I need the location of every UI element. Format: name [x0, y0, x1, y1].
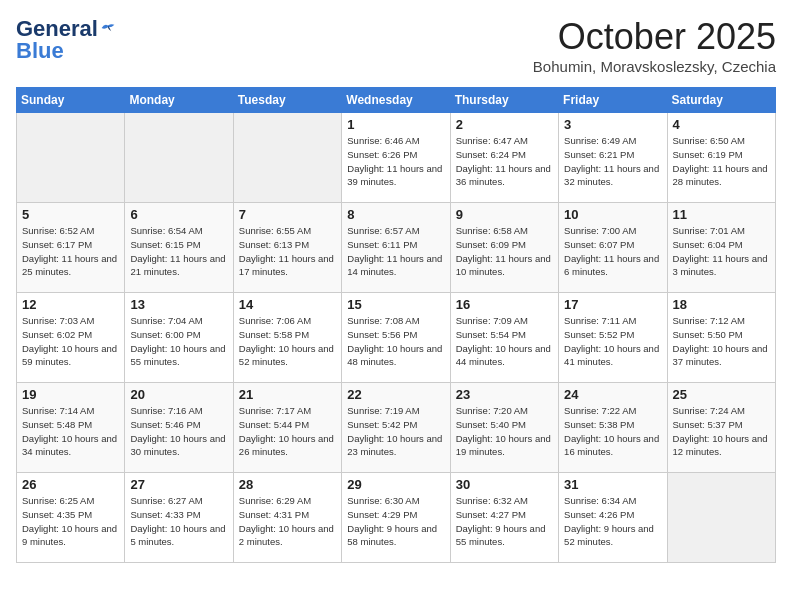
day-number: 20	[130, 387, 227, 402]
table-row: 15 Sunrise: 7:08 AMSunset: 5:56 PMDaylig…	[342, 293, 450, 383]
day-number: 31	[564, 477, 661, 492]
day-number: 6	[130, 207, 227, 222]
day-number: 13	[130, 297, 227, 312]
day-info: Sunrise: 6:25 AMSunset: 4:35 PMDaylight:…	[22, 494, 119, 549]
table-row: 13 Sunrise: 7:04 AMSunset: 6:00 PMDaylig…	[125, 293, 233, 383]
day-info: Sunrise: 6:47 AMSunset: 6:24 PMDaylight:…	[456, 134, 553, 189]
table-row: 1 Sunrise: 6:46 AMSunset: 6:26 PMDayligh…	[342, 113, 450, 203]
day-number: 23	[456, 387, 553, 402]
day-info: Sunrise: 6:34 AMSunset: 4:26 PMDaylight:…	[564, 494, 661, 549]
table-row	[667, 473, 775, 563]
table-row: 31 Sunrise: 6:34 AMSunset: 4:26 PMDaylig…	[559, 473, 667, 563]
day-info: Sunrise: 7:19 AMSunset: 5:42 PMDaylight:…	[347, 404, 444, 459]
day-number: 18	[673, 297, 770, 312]
table-row: 17 Sunrise: 7:11 AMSunset: 5:52 PMDaylig…	[559, 293, 667, 383]
table-row: 22 Sunrise: 7:19 AMSunset: 5:42 PMDaylig…	[342, 383, 450, 473]
day-number: 4	[673, 117, 770, 132]
day-info: Sunrise: 7:00 AMSunset: 6:07 PMDaylight:…	[564, 224, 661, 279]
day-info: Sunrise: 6:32 AMSunset: 4:27 PMDaylight:…	[456, 494, 553, 549]
calendar-week-4: 19 Sunrise: 7:14 AMSunset: 5:48 PMDaylig…	[17, 383, 776, 473]
day-number: 22	[347, 387, 444, 402]
day-number: 19	[22, 387, 119, 402]
calendar-week-1: 1 Sunrise: 6:46 AMSunset: 6:26 PMDayligh…	[17, 113, 776, 203]
table-row: 10 Sunrise: 7:00 AMSunset: 6:07 PMDaylig…	[559, 203, 667, 293]
table-row: 20 Sunrise: 7:16 AMSunset: 5:46 PMDaylig…	[125, 383, 233, 473]
day-number: 24	[564, 387, 661, 402]
table-row: 27 Sunrise: 6:27 AMSunset: 4:33 PMDaylig…	[125, 473, 233, 563]
day-info: Sunrise: 7:14 AMSunset: 5:48 PMDaylight:…	[22, 404, 119, 459]
logo-bird-icon	[100, 21, 116, 35]
day-number: 3	[564, 117, 661, 132]
table-row: 25 Sunrise: 7:24 AMSunset: 5:37 PMDaylig…	[667, 383, 775, 473]
weekday-header-wednesday: Wednesday	[342, 88, 450, 113]
table-row: 8 Sunrise: 6:57 AMSunset: 6:11 PMDayligh…	[342, 203, 450, 293]
table-row: 19 Sunrise: 7:14 AMSunset: 5:48 PMDaylig…	[17, 383, 125, 473]
day-number: 17	[564, 297, 661, 312]
day-info: Sunrise: 6:46 AMSunset: 6:26 PMDaylight:…	[347, 134, 444, 189]
day-number: 28	[239, 477, 336, 492]
table-row: 4 Sunrise: 6:50 AMSunset: 6:19 PMDayligh…	[667, 113, 775, 203]
table-row: 12 Sunrise: 7:03 AMSunset: 6:02 PMDaylig…	[17, 293, 125, 383]
table-row: 9 Sunrise: 6:58 AMSunset: 6:09 PMDayligh…	[450, 203, 558, 293]
title-block: October 2025 Bohumin, Moravskoslezsky, C…	[533, 16, 776, 75]
table-row: 23 Sunrise: 7:20 AMSunset: 5:40 PMDaylig…	[450, 383, 558, 473]
table-row: 14 Sunrise: 7:06 AMSunset: 5:58 PMDaylig…	[233, 293, 341, 383]
weekday-header-friday: Friday	[559, 88, 667, 113]
table-row: 11 Sunrise: 7:01 AMSunset: 6:04 PMDaylig…	[667, 203, 775, 293]
day-number: 8	[347, 207, 444, 222]
day-info: Sunrise: 7:06 AMSunset: 5:58 PMDaylight:…	[239, 314, 336, 369]
weekday-header-thursday: Thursday	[450, 88, 558, 113]
table-row	[17, 113, 125, 203]
day-info: Sunrise: 7:09 AMSunset: 5:54 PMDaylight:…	[456, 314, 553, 369]
table-row: 18 Sunrise: 7:12 AMSunset: 5:50 PMDaylig…	[667, 293, 775, 383]
day-number: 1	[347, 117, 444, 132]
day-info: Sunrise: 7:22 AMSunset: 5:38 PMDaylight:…	[564, 404, 661, 459]
table-row	[125, 113, 233, 203]
logo-blue: Blue	[16, 38, 64, 64]
day-info: Sunrise: 7:12 AMSunset: 5:50 PMDaylight:…	[673, 314, 770, 369]
table-row: 24 Sunrise: 7:22 AMSunset: 5:38 PMDaylig…	[559, 383, 667, 473]
day-info: Sunrise: 7:17 AMSunset: 5:44 PMDaylight:…	[239, 404, 336, 459]
weekday-header-tuesday: Tuesday	[233, 88, 341, 113]
table-row: 6 Sunrise: 6:54 AMSunset: 6:15 PMDayligh…	[125, 203, 233, 293]
day-number: 9	[456, 207, 553, 222]
table-row: 21 Sunrise: 7:17 AMSunset: 5:44 PMDaylig…	[233, 383, 341, 473]
day-info: Sunrise: 7:11 AMSunset: 5:52 PMDaylight:…	[564, 314, 661, 369]
day-number: 16	[456, 297, 553, 312]
table-row: 7 Sunrise: 6:55 AMSunset: 6:13 PMDayligh…	[233, 203, 341, 293]
weekday-header-monday: Monday	[125, 88, 233, 113]
day-info: Sunrise: 7:08 AMSunset: 5:56 PMDaylight:…	[347, 314, 444, 369]
calendar-week-2: 5 Sunrise: 6:52 AMSunset: 6:17 PMDayligh…	[17, 203, 776, 293]
table-row: 30 Sunrise: 6:32 AMSunset: 4:27 PMDaylig…	[450, 473, 558, 563]
day-number: 12	[22, 297, 119, 312]
day-number: 30	[456, 477, 553, 492]
day-info: Sunrise: 6:50 AMSunset: 6:19 PMDaylight:…	[673, 134, 770, 189]
day-info: Sunrise: 7:16 AMSunset: 5:46 PMDaylight:…	[130, 404, 227, 459]
table-row	[233, 113, 341, 203]
day-number: 7	[239, 207, 336, 222]
day-info: Sunrise: 6:49 AMSunset: 6:21 PMDaylight:…	[564, 134, 661, 189]
day-info: Sunrise: 6:30 AMSunset: 4:29 PMDaylight:…	[347, 494, 444, 549]
weekday-header-row: SundayMondayTuesdayWednesdayThursdayFrid…	[17, 88, 776, 113]
day-info: Sunrise: 7:20 AMSunset: 5:40 PMDaylight:…	[456, 404, 553, 459]
day-info: Sunrise: 6:52 AMSunset: 6:17 PMDaylight:…	[22, 224, 119, 279]
day-number: 2	[456, 117, 553, 132]
day-number: 11	[673, 207, 770, 222]
calendar-week-5: 26 Sunrise: 6:25 AMSunset: 4:35 PMDaylig…	[17, 473, 776, 563]
table-row: 3 Sunrise: 6:49 AMSunset: 6:21 PMDayligh…	[559, 113, 667, 203]
calendar-table: SundayMondayTuesdayWednesdayThursdayFrid…	[16, 87, 776, 563]
day-info: Sunrise: 6:58 AMSunset: 6:09 PMDaylight:…	[456, 224, 553, 279]
calendar-week-3: 12 Sunrise: 7:03 AMSunset: 6:02 PMDaylig…	[17, 293, 776, 383]
day-number: 29	[347, 477, 444, 492]
day-info: Sunrise: 7:04 AMSunset: 6:00 PMDaylight:…	[130, 314, 227, 369]
day-number: 10	[564, 207, 661, 222]
day-info: Sunrise: 6:57 AMSunset: 6:11 PMDaylight:…	[347, 224, 444, 279]
day-info: Sunrise: 6:55 AMSunset: 6:13 PMDaylight:…	[239, 224, 336, 279]
table-row: 2 Sunrise: 6:47 AMSunset: 6:24 PMDayligh…	[450, 113, 558, 203]
table-row: 28 Sunrise: 6:29 AMSunset: 4:31 PMDaylig…	[233, 473, 341, 563]
table-row: 29 Sunrise: 6:30 AMSunset: 4:29 PMDaylig…	[342, 473, 450, 563]
day-info: Sunrise: 6:29 AMSunset: 4:31 PMDaylight:…	[239, 494, 336, 549]
page-header: General Blue October 2025 Bohumin, Morav…	[16, 16, 776, 75]
logo: General Blue	[16, 16, 116, 64]
table-row: 16 Sunrise: 7:09 AMSunset: 5:54 PMDaylig…	[450, 293, 558, 383]
